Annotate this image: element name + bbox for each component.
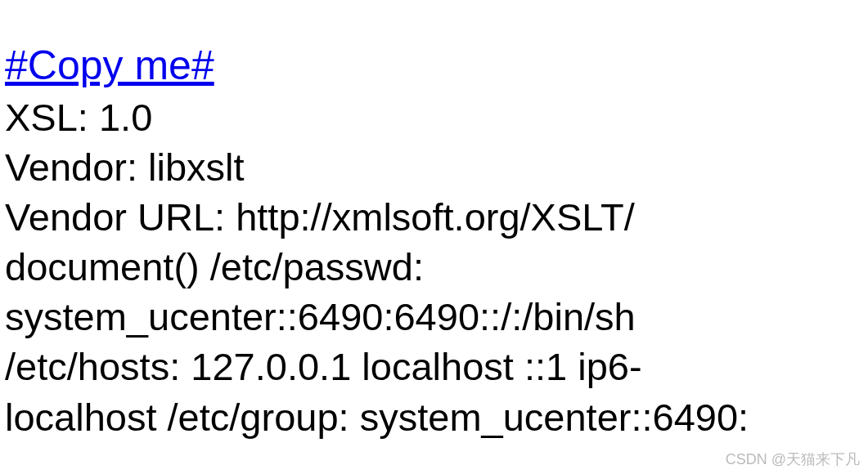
copy-me-link[interactable]: #Copy me# <box>5 42 214 88</box>
localhost-group-line: localhost /etc/group: system_ucenter::64… <box>5 392 868 442</box>
etc-hosts-line: /etc/hosts: 127.0.0.1 localhost ::1 ip6- <box>5 342 868 391</box>
document-content: #Copy me# XSL: 1.0 Vendor: libxslt Vendo… <box>0 0 868 442</box>
vendor-line: Vendor: libxslt <box>5 142 868 192</box>
watermark-text: CSDN @天猫来下凡 <box>726 450 860 469</box>
system-ucenter-line: system_ucenter::6490:6490::/:/bin/sh <box>5 292 868 342</box>
xsl-version-line: XSL: 1.0 <box>5 92 868 142</box>
document-passwd-line: document() /etc/passwd: <box>5 242 868 292</box>
vendor-url-line: Vendor URL: http://xmlsoft.org/XSLT/ <box>5 192 868 242</box>
